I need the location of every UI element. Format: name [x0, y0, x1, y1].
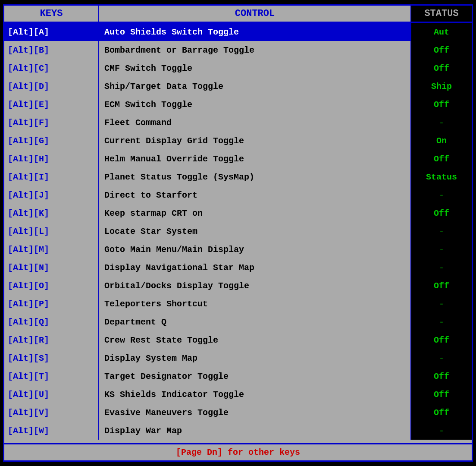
control-cell: Keep starmap CRT on	[99, 204, 411, 222]
control-cell: Display War Map	[99, 422, 411, 440]
control-cell: Bombardment or Barrage Toggle	[99, 41, 411, 59]
status-cell: On	[411, 132, 472, 150]
keys-header: KEYS	[4, 6, 99, 22]
key-cell: [Alt][W]	[4, 422, 99, 440]
control-cell: Display System Map	[99, 349, 411, 367]
status-cell: Off	[411, 59, 472, 77]
key-cell: [Alt][N]	[4, 258, 99, 277]
table-row[interactable]: [Alt][T]Target Designator ToggleOff	[4, 367, 472, 385]
key-cell: [Alt][G]	[4, 132, 99, 150]
status-cell: Off	[411, 277, 472, 295]
status-cell: Off	[411, 385, 472, 403]
status-header: STATUS	[411, 6, 472, 22]
table-row[interactable]: [Alt][V]Evasive Maneuvers ToggleOff	[4, 403, 472, 422]
control-cell: Ship/Target Data Toggle	[99, 77, 411, 95]
table-row[interactable]: [Alt][K]Keep starmap CRT onOff	[4, 204, 472, 222]
status-cell: Off	[411, 403, 472, 422]
status-cell: Off	[411, 150, 472, 168]
control-cell: Current Display Grid Toggle	[99, 132, 411, 150]
status-cell: -	[411, 313, 472, 331]
control-cell: KS Shields Indicator Toggle	[99, 385, 411, 403]
table-row[interactable]: [Alt][B]Bombardment or Barrage ToggleOff	[4, 41, 472, 59]
table-row[interactable]: [Alt][S]Display System Map-	[4, 349, 472, 367]
table-row[interactable]: [Alt][H]Helm Manual Override ToggleOff	[4, 150, 472, 168]
status-cell: -	[411, 113, 472, 132]
key-cell: [Alt][E]	[4, 95, 99, 113]
table-row[interactable]: [Alt][U]KS Shields Indicator ToggleOff	[4, 385, 472, 403]
status-cell: Off	[411, 204, 472, 222]
table-row[interactable]: [Alt][A]Auto Shields Switch ToggleAut	[4, 23, 472, 41]
key-cell: [Alt][A]	[4, 23, 99, 41]
key-cell: [Alt][T]	[4, 367, 99, 385]
control-cell: Goto Main Menu/Main Display	[99, 240, 411, 258]
status-cell: -	[411, 422, 472, 440]
table-row[interactable]: [Alt][C]CMF Switch ToggleOff	[4, 59, 472, 77]
control-cell: Helm Manual Override Toggle	[99, 150, 411, 168]
table-row[interactable]: [Alt][E]ECM Switch ToggleOff	[4, 95, 472, 113]
key-cell: [Alt][C]	[4, 59, 99, 77]
table-row[interactable]: [Alt][J]Direct to Starfort-	[4, 186, 472, 204]
control-cell: Evasive Maneuvers Toggle	[99, 403, 411, 422]
status-cell: -	[411, 186, 472, 204]
status-cell: Ship	[411, 77, 472, 95]
table-row[interactable]: [Alt][F]Fleet Command-	[4, 113, 472, 132]
status-cell: Status	[411, 168, 472, 186]
control-cell: Target Designator Toggle	[99, 367, 411, 385]
key-cell: [Alt][U]	[4, 385, 99, 403]
status-cell: Off	[411, 95, 472, 113]
table-row[interactable]: [Alt][P]Teleporters Shortcut-	[4, 295, 472, 313]
key-cell: [Alt][K]	[4, 204, 99, 222]
control-cell: Fleet Command	[99, 113, 411, 132]
status-cell: -	[411, 222, 472, 240]
rows-container: [Alt][A]Auto Shields Switch ToggleAut[Al…	[4, 23, 472, 443]
key-cell: [Alt][I]	[4, 168, 99, 186]
table-row[interactable]: [Alt][Q]Department Q-	[4, 313, 472, 331]
key-cell: [Alt][H]	[4, 150, 99, 168]
control-cell: Locate Star System	[99, 222, 411, 240]
control-cell: Direct to Starfort	[99, 186, 411, 204]
footer: [Page Dn] for other keys	[4, 443, 472, 460]
status-cell: -	[411, 258, 472, 277]
key-cell: [Alt][O]	[4, 277, 99, 295]
status-cell: Aut	[411, 23, 472, 41]
table-row[interactable]: [Alt][I]Planet Status Toggle (SysMap)Sta…	[4, 168, 472, 186]
control-cell: Crew Rest State Toggle	[99, 331, 411, 349]
key-cell: [Alt][L]	[4, 222, 99, 240]
key-cell: [Alt][Q]	[4, 313, 99, 331]
control-cell: Auto Shields Switch Toggle	[99, 23, 411, 41]
status-cell: Off	[411, 367, 472, 385]
table-row[interactable]: [Alt][D]Ship/Target Data ToggleShip	[4, 77, 472, 95]
key-cell: [Alt][M]	[4, 240, 99, 258]
table-row[interactable]: [Alt][M]Goto Main Menu/Main Display-	[4, 240, 472, 258]
table-row[interactable]: [Alt][O]Orbital/Docks Display ToggleOff	[4, 277, 472, 295]
key-cell: [Alt][S]	[4, 349, 99, 367]
control-header: CONTROL	[99, 6, 411, 22]
table-row[interactable]: [Alt][N]Display Navigational Star Map-	[4, 258, 472, 277]
key-cell: [Alt][F]	[4, 113, 99, 132]
status-cell: -	[411, 240, 472, 258]
table-row[interactable]: [Alt][L]Locate Star System-	[4, 222, 472, 240]
control-cell: Planet Status Toggle (SysMap)	[99, 168, 411, 186]
status-cell: Off	[411, 41, 472, 59]
table-row[interactable]: [Alt][G]Current Display Grid ToggleOn	[4, 132, 472, 150]
key-cell: [Alt][P]	[4, 295, 99, 313]
key-cell: [Alt][R]	[4, 331, 99, 349]
status-cell: -	[411, 349, 472, 367]
table-row[interactable]: [Alt][R]Crew Rest State ToggleOff	[4, 331, 472, 349]
control-cell: CMF Switch Toggle	[99, 59, 411, 77]
control-cell: Department Q	[99, 313, 411, 331]
control-cell: Display Navigational Star Map	[99, 258, 411, 277]
control-cell: Orbital/Docks Display Toggle	[99, 277, 411, 295]
status-cell: Off	[411, 331, 472, 349]
control-cell: Teleporters Shortcut	[99, 295, 411, 313]
key-cell: [Alt][B]	[4, 41, 99, 59]
status-cell: -	[411, 295, 472, 313]
key-cell: [Alt][V]	[4, 403, 99, 422]
table-row[interactable]: [Alt][W]Display War Map-	[4, 422, 472, 440]
control-cell: ECM Switch Toggle	[99, 95, 411, 113]
key-cell: [Alt][J]	[4, 186, 99, 204]
key-cell: [Alt][D]	[4, 77, 99, 95]
